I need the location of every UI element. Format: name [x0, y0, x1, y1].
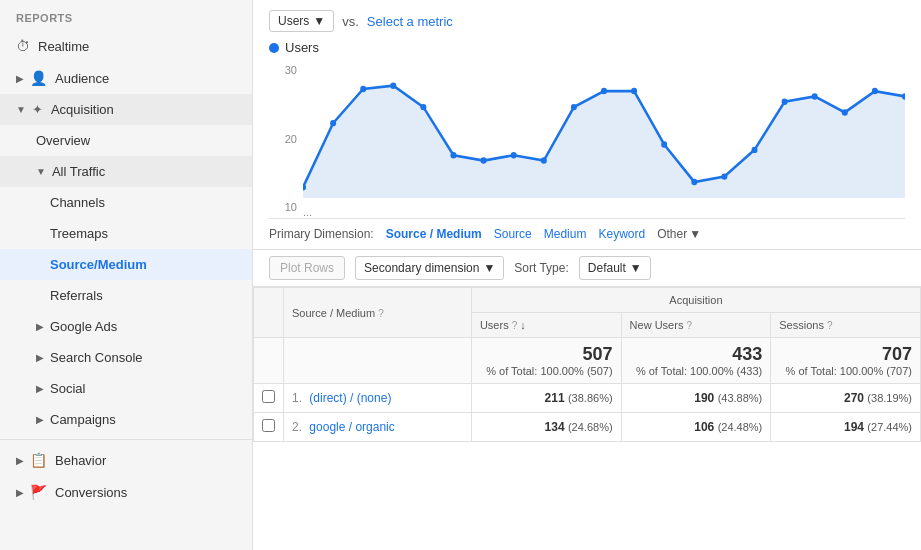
sidebar-item-overview[interactable]: Overview [0, 125, 252, 156]
behavior-icon: 📋 [30, 452, 47, 468]
other-label: Other [657, 227, 687, 241]
chart-dot [481, 157, 487, 163]
sidebar-item-label: Search Console [50, 350, 143, 365]
row2-link[interactable]: google / organic [309, 420, 394, 434]
chart-dot [661, 141, 667, 147]
row2-checkbox-cell[interactable] [254, 413, 284, 442]
sidebar-item-all-traffic[interactable]: ▼ All Traffic [0, 156, 252, 187]
dropdown-arrow-icon: ▼ [630, 261, 642, 275]
conversions-icon: 🚩 [30, 484, 47, 500]
chevron-right-icon: ▶ [36, 414, 44, 425]
row2-sessions-pct: (27.44%) [867, 421, 912, 433]
chevron-down-icon: ▼ [36, 166, 46, 177]
chart-dot [450, 152, 456, 158]
row2-checkbox[interactable] [262, 419, 275, 432]
sort-arrow-icon: ↓ [520, 319, 526, 331]
metric-dropdown[interactable]: Users ▼ [269, 10, 334, 32]
reports-label: REPORTS [0, 0, 252, 30]
row1-sessions-cell: 270 (38.19%) [771, 384, 921, 413]
row1-checkbox[interactable] [262, 390, 275, 403]
primary-dim-other[interactable]: Other ▼ [657, 227, 701, 241]
sidebar-item-channels[interactable]: Channels [0, 187, 252, 218]
sidebar-item-search-console[interactable]: ▶ Search Console [0, 342, 252, 373]
total-users-value: 507 [480, 344, 613, 365]
sidebar-item-acquisition[interactable]: ▼ ✦ Acquisition [0, 94, 252, 125]
chevron-right-icon: ▶ [16, 487, 24, 498]
total-sessions-value: 707 [779, 344, 912, 365]
primary-dim-medium[interactable]: Medium [544, 227, 587, 241]
row1-link[interactable]: (direct) / (none) [309, 391, 391, 405]
help-icon[interactable]: ? [827, 320, 833, 331]
audience-icon: 👤 [30, 70, 47, 86]
total-users-pct: % of Total: 100.00% (507) [480, 365, 613, 377]
row1-source-medium-cell: 1. (direct) / (none) [284, 384, 472, 413]
primary-dim-source[interactable]: Source [494, 227, 532, 241]
th-new-users: New Users ? [621, 313, 771, 338]
sidebar-item-label: Conversions [55, 485, 127, 500]
row1-checkbox-cell[interactable] [254, 384, 284, 413]
sidebar-item-label: Treemaps [50, 226, 108, 241]
select-metric-link[interactable]: Select a metric [367, 14, 453, 29]
sort-type-dropdown[interactable]: Default ▼ [579, 256, 651, 280]
sidebar-item-social[interactable]: ▶ Social [0, 373, 252, 404]
sort-type-label: Sort Type: [514, 261, 568, 275]
row2-new-users-value: 106 [694, 420, 714, 434]
sidebar-item-realtime[interactable]: ⏱ Realtime [0, 30, 252, 62]
sidebar-item-referrals[interactable]: Referrals [0, 280, 252, 311]
help-icon[interactable]: ? [378, 308, 384, 319]
primary-dimension-label: Primary Dimension: [269, 227, 374, 241]
sidebar-item-label: Realtime [38, 39, 89, 54]
chart-dot [360, 86, 366, 92]
sidebar-item-label: Social [50, 381, 85, 396]
sidebar-item-label: Source/Medium [50, 257, 147, 272]
th-checkbox [254, 288, 284, 338]
legend-dot [269, 43, 279, 53]
chart-container: 30 20 10 [269, 59, 905, 219]
row2-num: 2. [292, 420, 302, 434]
total-sessions-pct: % of Total: 100.00% (707) [779, 365, 912, 377]
chevron-down-icon: ▼ [16, 104, 26, 115]
plot-rows-button[interactable]: Plot Rows [269, 256, 345, 280]
chart-fill [303, 86, 905, 198]
row1-sessions-value: 270 [844, 391, 864, 405]
y-label-30: 30 [269, 64, 297, 76]
dropdown-arrow-icon: ▼ [483, 261, 495, 275]
legend-label: Users [285, 40, 319, 55]
th-users: Users ? ↓ [471, 313, 621, 338]
chart-dot [721, 173, 727, 179]
table-row: 2. google / organic 134 (24.68%) 106 (24… [254, 413, 921, 442]
th-source-medium: Source / Medium ? [284, 288, 472, 338]
data-table: Source / Medium ? Acquisition Users ? ↓ … [253, 287, 921, 442]
help-icon[interactable]: ? [512, 320, 518, 331]
chart-dot [390, 83, 396, 89]
sidebar-item-behavior[interactable]: ▶ 📋 Behavior [0, 444, 252, 476]
sidebar-item-google-ads[interactable]: ▶ Google Ads [0, 311, 252, 342]
chart-dot [330, 120, 336, 126]
secondary-dimension-dropdown[interactable]: Secondary dimension ▼ [355, 256, 504, 280]
row2-sessions-value: 194 [844, 420, 864, 434]
primary-dim-keyword[interactable]: Keyword [598, 227, 645, 241]
help-icon[interactable]: ? [686, 320, 692, 331]
chart-dot [872, 88, 878, 94]
sidebar-item-conversions[interactable]: ▶ 🚩 Conversions [0, 476, 252, 508]
sidebar-item-label: Google Ads [50, 319, 117, 334]
chart-dot [420, 104, 426, 110]
chevron-right-icon: ▶ [36, 383, 44, 394]
chevron-right-icon: ▶ [16, 73, 24, 84]
sort-default-label: Default [588, 261, 626, 275]
chart-dot [782, 99, 788, 105]
sidebar-item-label: Campaigns [50, 412, 116, 427]
primary-dim-source-medium[interactable]: Source / Medium [386, 227, 482, 241]
vs-label: vs. [342, 14, 359, 29]
chart-dot [571, 104, 577, 110]
metric-dropdown-label: Users [278, 14, 309, 28]
total-label-cell [284, 338, 472, 384]
sidebar-item-treemaps[interactable]: Treemaps [0, 218, 252, 249]
sidebar-item-audience[interactable]: ▶ 👤 Audience [0, 62, 252, 94]
chart-dot [691, 179, 697, 185]
sidebar-item-campaigns[interactable]: ▶ Campaigns [0, 404, 252, 435]
data-table-wrapper: Source / Medium ? Acquisition Users ? ↓ … [253, 287, 921, 442]
sidebar-item-source-medium[interactable]: Source/Medium [0, 249, 252, 280]
chevron-down-icon: ▼ [689, 227, 701, 241]
row1-num: 1. [292, 391, 302, 405]
